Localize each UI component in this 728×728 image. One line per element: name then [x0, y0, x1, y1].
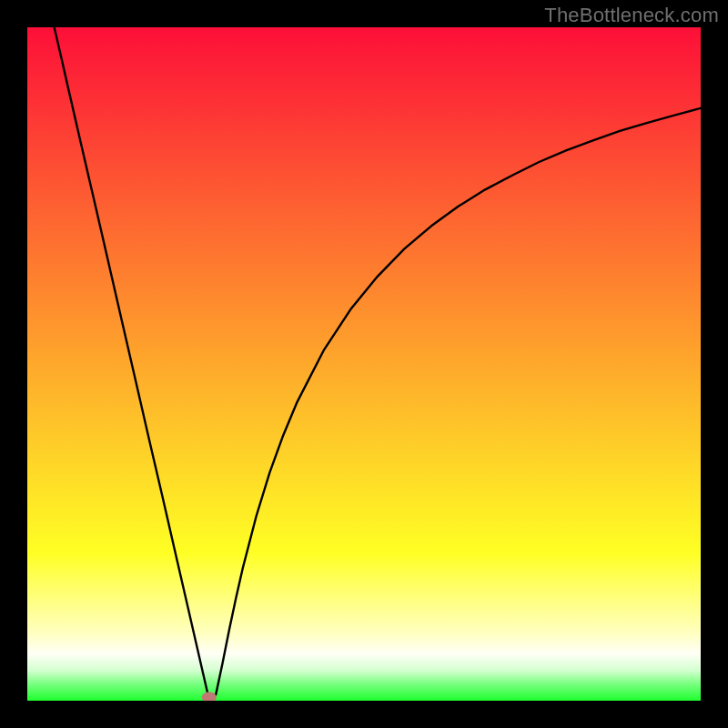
gradient-background	[27, 27, 701, 701]
chart-frame: TheBottleneck.com	[0, 0, 728, 728]
plot-area	[27, 27, 701, 701]
chart-svg	[27, 27, 701, 701]
watermark-text: TheBottleneck.com	[544, 4, 719, 27]
